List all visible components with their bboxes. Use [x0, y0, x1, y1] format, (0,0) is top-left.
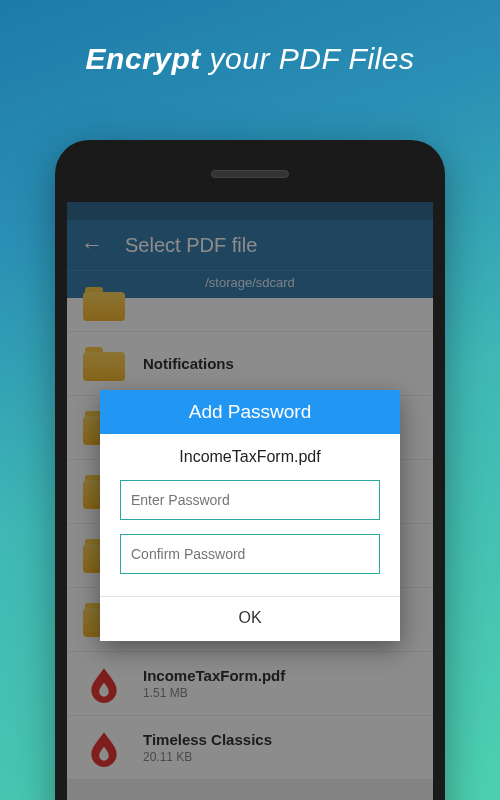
ok-button[interactable]: OK: [100, 596, 400, 641]
headline-rest: your PDF Files: [201, 42, 415, 75]
screen: ← Select PDF file /storage/sdcard Notifi…: [67, 202, 433, 800]
marketing-headline: Encrypt your PDF Files: [0, 0, 500, 76]
password-input[interactable]: [120, 480, 380, 520]
confirm-password-input[interactable]: [120, 534, 380, 574]
headline-strong: Encrypt: [86, 42, 201, 75]
dialog-filename: IncomeTaxForm.pdf: [120, 448, 380, 466]
phone-speaker: [211, 170, 289, 178]
add-password-dialog: Add Password IncomeTaxForm.pdf OK: [100, 390, 400, 641]
dialog-title: Add Password: [100, 390, 400, 434]
phone-frame: ← Select PDF file /storage/sdcard Notifi…: [55, 140, 445, 800]
